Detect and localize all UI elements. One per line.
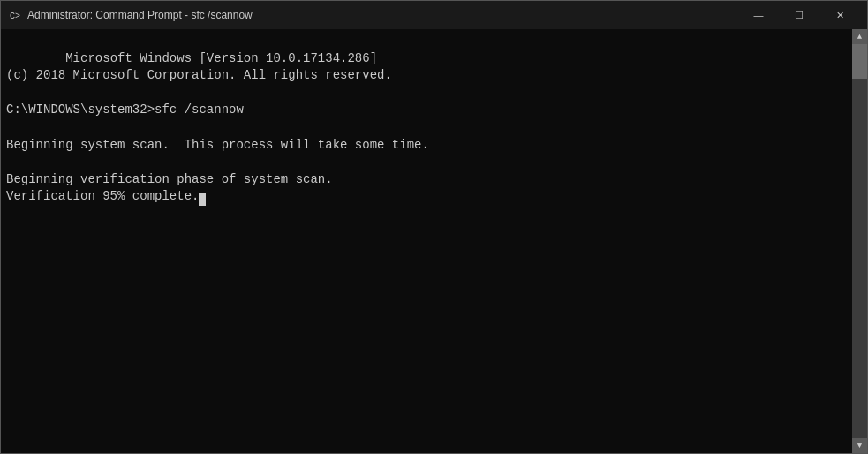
minimize-button[interactable]: —: [738, 1, 779, 29]
title-bar: C> Administrator: Command Prompt - sfc /…: [1, 1, 867, 29]
line-6: Beginning system scan. This process will…: [6, 138, 429, 152]
line-1: Microsoft Windows [Version 10.0.17134.28…: [65, 51, 377, 65]
console-area[interactable]: Microsoft Windows [Version 10.0.17134.28…: [1, 29, 852, 453]
maximize-button[interactable]: ☐: [779, 1, 819, 29]
scroll-down-button[interactable]: ▼: [852, 438, 867, 453]
cmd-window-icon: C>: [8, 8, 22, 22]
line-9: Verification 95% complete.: [6, 189, 199, 203]
cursor-blink: [199, 193, 206, 206]
line-4: C:\WINDOWS\system32>sfc /scannow: [6, 102, 244, 117]
close-button[interactable]: ✕: [819, 1, 860, 29]
line-2: (c) 2018 Microsoft Corporation. All righ…: [6, 68, 392, 82]
window-body: Microsoft Windows [Version 10.0.17134.28…: [1, 29, 867, 453]
scrollbar-track[interactable]: [852, 44, 867, 438]
cmd-window: C> Administrator: Command Prompt - sfc /…: [0, 0, 868, 454]
svg-text:C>: C>: [10, 11, 20, 21]
window-title: Administrator: Command Prompt - sfc /sca…: [27, 9, 738, 21]
scroll-up-button[interactable]: ▲: [852, 29, 867, 44]
line-8: Beginning verification phase of system s…: [6, 172, 333, 186]
window-controls: — ☐ ✕: [738, 1, 860, 29]
scrollbar-thumb[interactable]: [852, 44, 867, 79]
console-output: Microsoft Windows [Version 10.0.17134.28…: [6, 33, 849, 223]
vertical-scrollbar: ▲ ▼: [852, 29, 867, 453]
